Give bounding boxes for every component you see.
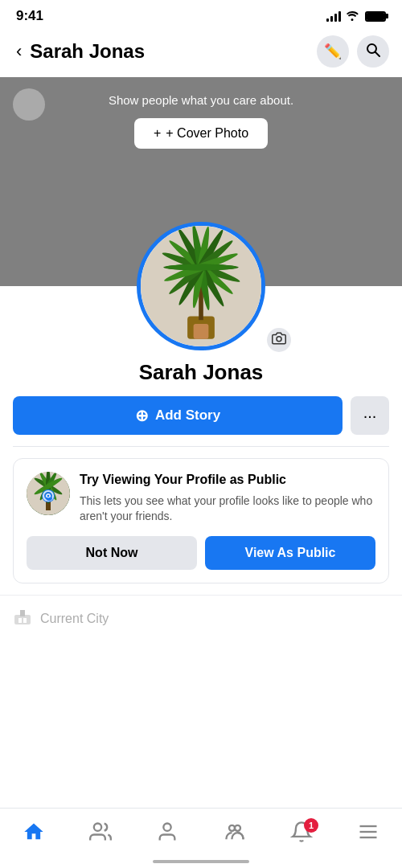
header: ‹ Sarah Jonas ✏️ — [0, 29, 402, 77]
plus-circle-icon: ⊕ — [135, 406, 149, 425]
view-as-public-button[interactable]: View As Public — [205, 536, 375, 570]
not-now-button[interactable]: Not Now — [27, 536, 197, 570]
current-city-label: Current City — [40, 612, 109, 626]
signal-icon — [326, 10, 341, 22]
home-indicator — [153, 860, 249, 863]
cover-photo-label: + Cover Photo — [166, 126, 248, 141]
svg-rect-27 — [20, 610, 25, 616]
edit-button[interactable]: ✏️ — [317, 35, 349, 68]
card-plant-image — [27, 472, 70, 515]
page-title: Sarah Jonas — [30, 40, 145, 63]
svg-point-14 — [165, 264, 237, 271]
pencil-icon: ✏️ — [324, 43, 342, 60]
friends-icon — [89, 821, 112, 849]
add-story-button[interactable]: ⊕ Add Story — [13, 396, 343, 435]
svg-point-25 — [47, 494, 50, 497]
groups-icon — [224, 821, 246, 849]
card-description: This lets you see what your profile look… — [80, 493, 375, 525]
profile-name-section: Sarah Jonas — [0, 360, 402, 385]
header-left: ‹ Sarah Jonas — [13, 38, 145, 65]
card-text-area: Try Viewing Your Profile as Public This … — [80, 472, 375, 525]
svg-rect-28 — [18, 618, 22, 623]
header-actions: ✏️ — [317, 35, 389, 68]
notification-badge: 1 — [304, 818, 318, 833]
cover-hint-icon — [13, 88, 45, 121]
svg-point-31 — [164, 823, 171, 830]
action-buttons: ⊕ Add Story ··· — [0, 385, 402, 446]
plant-image — [141, 226, 261, 346]
ellipsis-icon: ··· — [363, 407, 377, 425]
cover-photo-button[interactable]: + + Cover Photo — [134, 118, 268, 149]
home-icon — [23, 821, 45, 849]
status-bar: 9:41 — [0, 0, 402, 29]
divider — [13, 446, 389, 447]
svg-rect-29 — [23, 618, 27, 623]
profile-icon — [156, 821, 178, 849]
bottom-nav: 1 — [0, 808, 402, 868]
card-thumbnail — [27, 472, 70, 515]
search-button[interactable] — [357, 35, 389, 68]
svg-point-33 — [235, 825, 240, 830]
cover-area: Show people what you care about. + + Cov… — [0, 77, 402, 286]
profile-card: Try Viewing Your Profile as Public This … — [13, 458, 389, 583]
nav-menu[interactable] — [348, 817, 388, 852]
camera-icon — [272, 331, 286, 349]
more-options-button[interactable]: ··· — [351, 396, 389, 435]
status-time: 9:41 — [16, 8, 43, 24]
svg-rect-15 — [194, 324, 209, 339]
cover-hint-text: Show people what you care about. — [109, 93, 293, 107]
location-icon — [13, 607, 32, 631]
card-action-buttons: Not Now View As Public — [27, 536, 375, 570]
nav-notifications[interactable]: 1 — [281, 817, 322, 852]
battery-icon — [365, 11, 386, 22]
nav-profile[interactable] — [147, 817, 187, 852]
hamburger-icon — [357, 821, 379, 849]
status-icons — [326, 10, 386, 23]
svg-point-16 — [277, 337, 281, 342]
profile-picture[interactable] — [137, 222, 265, 350]
current-city-section: Current City — [0, 595, 402, 642]
nav-groups[interactable] — [215, 817, 255, 852]
wifi-icon — [345, 10, 359, 23]
svg-line-1 — [375, 51, 380, 56]
svg-point-30 — [94, 823, 101, 830]
back-button[interactable]: ‹ — [13, 38, 25, 65]
profile-card-content: Try Viewing Your Profile as Public This … — [27, 472, 375, 525]
camera-badge[interactable] — [265, 326, 293, 354]
nav-friends[interactable] — [80, 817, 121, 852]
nav-home[interactable] — [14, 817, 54, 852]
profile-name: Sarah Jonas — [139, 360, 264, 384]
add-story-label: Add Story — [155, 407, 220, 424]
card-title: Try Viewing Your Profile as Public — [80, 473, 286, 486]
plus-icon: + — [154, 126, 161, 141]
search-icon — [365, 42, 381, 62]
